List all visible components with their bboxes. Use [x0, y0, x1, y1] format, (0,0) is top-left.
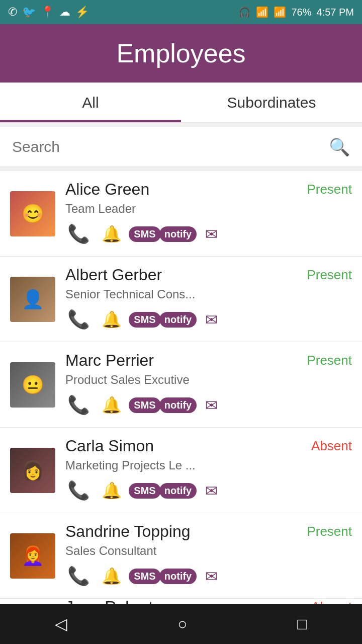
mail-button[interactable]: ✉ — [198, 563, 224, 589]
status-badge: Absent — [311, 438, 352, 454]
battery-text: 76% — [291, 7, 311, 18]
employee-item-albert-gerber[interactable]: 👤 Albert Gerber Present Senior Technical… — [0, 257, 362, 342]
employee-title: Marketing Projects Le ... — [65, 458, 246, 472]
bell-button[interactable]: 🔔 — [99, 306, 125, 333]
tab-all[interactable]: All — [0, 83, 181, 122]
employee-item-alice-green[interactable]: 😊 Alice Green Present Team Leader 📞 🔔 SM… — [0, 171, 362, 257]
twitter-icon: 🐦 — [22, 6, 36, 19]
mail-button[interactable]: ✉ — [198, 392, 224, 418]
employee-name: Marc Perrier — [65, 351, 154, 370]
employee-name: Sandrine Topping — [65, 522, 191, 541]
cloud-icon: ☁ — [59, 6, 70, 19]
employee-title: Sales Consultant — [65, 544, 246, 558]
sms-button[interactable]: SMS — [132, 392, 158, 418]
bell-button[interactable]: 🔔 — [99, 563, 125, 589]
call-button[interactable]: 📞 — [65, 221, 92, 247]
call-button[interactable]: 📞 — [65, 563, 92, 589]
action-icons: 📞 🔔 SMS notify ✉ — [65, 563, 352, 589]
android-icon: ⚡ — [75, 6, 89, 19]
search-icon[interactable]: 🔍 — [329, 137, 350, 157]
sms-button[interactable]: SMS — [132, 221, 158, 247]
avatar-alice-green: 😊 — [10, 191, 55, 236]
employee-info-sandrine-topping: Sandrine Topping Present Sales Consultan… — [65, 522, 352, 589]
time-text: 4:57 PM — [317, 7, 354, 18]
app-header: Employees — [0, 24, 362, 83]
sms-button[interactable]: SMS — [132, 306, 158, 333]
employee-name: Alice Green — [65, 180, 149, 199]
status-right-icons: 🎧 📶 📶 76% 4:57 PM — [238, 6, 354, 18]
bell-button[interactable]: 🔔 — [99, 477, 125, 504]
employee-title: Product Sales Excutive — [65, 373, 246, 387]
search-input[interactable] — [12, 138, 329, 155]
employee-item-sandrine-topping[interactable]: 👩‍🦰 Sandrine Topping Present Sales Consu… — [0, 513, 362, 599]
action-icons: 📞 🔔 SMS notify ✉ — [65, 477, 352, 504]
home-button[interactable]: ○ — [162, 610, 202, 638]
status-badge: Present — [307, 524, 352, 539]
action-icons: 📞 🔔 SMS notify ✉ — [65, 221, 352, 247]
location-icon: 📍 — [41, 6, 54, 19]
status-badge: Present — [307, 353, 352, 368]
status-bar: ✆ 🐦 📍 ☁ ⚡ 🎧 📶 📶 76% 4:57 PM — [0, 0, 362, 24]
call-button[interactable]: 📞 — [65, 392, 92, 418]
sms-button[interactable]: SMS — [132, 563, 158, 589]
signal-icon: 📶 — [274, 6, 286, 18]
action-icons: 📞 🔔 SMS notify ✉ — [65, 392, 352, 418]
employee-title: Senior Technical Cons... — [65, 287, 246, 301]
mail-button[interactable]: ✉ — [198, 306, 224, 333]
avatar-sandrine-topping: 👩‍🦰 — [10, 533, 55, 579]
search-bar: 🔍 — [0, 127, 362, 167]
headphones-icon: 🎧 — [238, 6, 251, 18]
employee-info-alice-green: Alice Green Present Team Leader 📞 🔔 SMS … — [65, 180, 352, 247]
status-left-icons: ✆ 🐦 📍 ☁ ⚡ — [8, 6, 89, 19]
employee-info-marc-perrier: Marc Perrier Present Product Sales Excut… — [65, 351, 352, 418]
employee-name: Carla Simon — [65, 437, 154, 455]
bell-button[interactable]: 🔔 — [99, 221, 125, 247]
notify-button[interactable]: notify — [165, 221, 191, 247]
page-title: Employees — [116, 38, 245, 68]
action-icons: 📞 🔔 SMS notify ✉ — [65, 306, 352, 333]
whatsapp-icon: ✆ — [8, 6, 17, 19]
mail-button[interactable]: ✉ — [198, 221, 224, 247]
employee-item-carla-simon[interactable]: 👩 Carla Simon Absent Marketing Projects … — [0, 428, 362, 513]
employee-item-marc-perrier[interactable]: 😐 Marc Perrier Present Product Sales Exc… — [0, 342, 362, 428]
notify-button[interactable]: notify — [165, 306, 191, 333]
employee-title: Team Leader — [65, 202, 246, 216]
status-badge: Present — [307, 182, 352, 197]
tab-subordinates[interactable]: Subordinates — [181, 83, 362, 122]
avatar-carla-simon: 👩 — [10, 448, 55, 493]
bell-button[interactable]: 🔔 — [99, 392, 125, 418]
avatar-albert-gerber: 👤 — [10, 277, 55, 322]
mail-button[interactable]: ✉ — [198, 477, 224, 504]
recent-button[interactable]: □ — [282, 610, 322, 638]
back-button[interactable]: ◁ — [40, 609, 82, 638]
call-button[interactable]: 📞 — [65, 477, 92, 504]
tab-bar: All Subordinates — [0, 83, 362, 123]
avatar-marc-perrier: 😐 — [10, 362, 55, 408]
employee-info-albert-gerber: Albert Gerber Present Senior Technical C… — [65, 266, 352, 333]
status-badge: Present — [307, 267, 352, 283]
bottom-navigation: ◁ ○ □ — [0, 604, 362, 644]
sms-button[interactable]: SMS — [132, 477, 158, 504]
employee-list: 😊 Alice Green Present Team Leader 📞 🔔 SM… — [0, 171, 362, 644]
employee-info-carla-simon: Carla Simon Absent Marketing Projects Le… — [65, 437, 352, 504]
notify-button[interactable]: notify — [165, 477, 191, 504]
notify-button[interactable]: notify — [165, 563, 191, 589]
employee-name: Albert Gerber — [65, 266, 162, 284]
wifi-icon: 📶 — [256, 6, 268, 18]
call-button[interactable]: 📞 — [65, 306, 92, 333]
notify-button[interactable]: notify — [165, 392, 191, 418]
